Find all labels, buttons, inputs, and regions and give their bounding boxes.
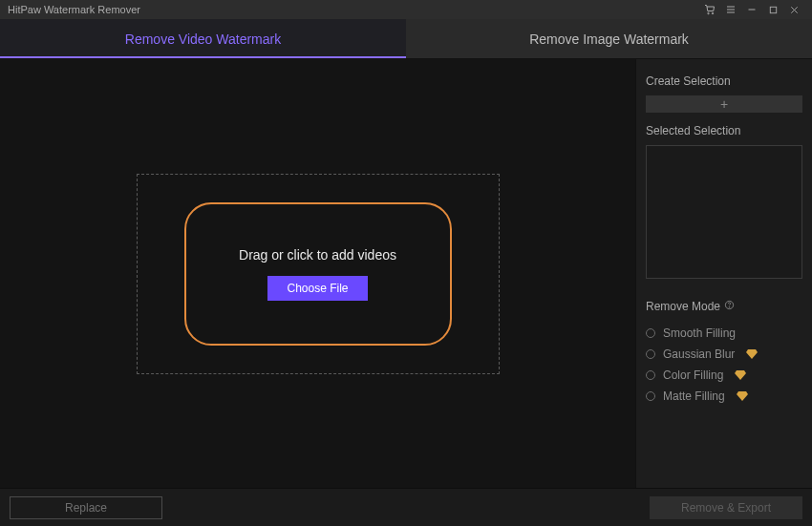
minimize-icon[interactable] [741, 1, 762, 18]
svg-point-10 [729, 306, 730, 307]
mode-smooth-filling[interactable]: Smooth Filling [646, 326, 802, 340]
mode-label: Gaussian Blur [663, 347, 735, 361]
premium-icon [737, 391, 748, 401]
radio-icon [646, 391, 655, 401]
radio-icon [646, 328, 655, 338]
radio-icon [646, 349, 655, 359]
svg-point-0 [708, 12, 710, 14]
close-icon[interactable] [783, 1, 804, 18]
svg-point-1 [712, 12, 714, 14]
radio-icon [646, 370, 655, 380]
mode-label: Matte Filling [663, 389, 725, 403]
mode-color-filling[interactable]: Color Filling [646, 368, 802, 382]
title-bar: HitPaw Watermark Remover [0, 0, 812, 19]
replace-button[interactable]: Replace [10, 496, 162, 519]
sidebar: Create Selection + Selected Selection Re… [635, 59, 812, 488]
premium-icon [746, 349, 758, 359]
premium-icon [735, 370, 746, 380]
tab-video[interactable]: Remove Video Watermark [0, 19, 406, 58]
choose-file-button[interactable]: Choose File [267, 276, 367, 301]
drop-inner: Drag or click to add videos Choose File [184, 202, 452, 346]
remove-mode-label: Remove Mode [646, 300, 720, 313]
drop-text: Drag or click to add videos [239, 247, 396, 263]
cart-icon[interactable] [699, 1, 720, 18]
svg-rect-6 [770, 7, 776, 12]
maximize-icon[interactable] [762, 1, 783, 18]
tabs: Remove Video Watermark Remove Image Wate… [0, 19, 812, 59]
selected-selection-label: Selected Selection [646, 124, 802, 137]
tab-video-label: Remove Video Watermark [125, 32, 281, 47]
main-body: Drag or click to add videos Choose File … [0, 59, 812, 488]
app-title: HitPaw Watermark Remover [8, 4, 699, 15]
remove-mode-header: Remove Mode [646, 300, 802, 313]
tab-image[interactable]: Remove Image Watermark [406, 19, 812, 58]
create-selection-label: Create Selection [646, 74, 802, 88]
mode-label: Smooth Filling [663, 326, 736, 340]
mode-label: Color Filling [663, 368, 723, 382]
plus-icon: + [720, 97, 728, 111]
remove-export-button[interactable]: Remove & Export [650, 496, 802, 519]
help-icon[interactable] [724, 300, 735, 313]
footer: Replace Remove & Export [0, 488, 812, 526]
mode-list: Smooth Filling Gaussian Blur Color Filli… [646, 326, 802, 403]
add-selection-button[interactable]: + [646, 95, 802, 113]
drop-zone[interactable]: Drag or click to add videos Choose File [137, 174, 500, 374]
work-area: Drag or click to add videos Choose File [0, 59, 635, 488]
mode-gaussian-blur[interactable]: Gaussian Blur [646, 347, 802, 361]
tab-image-label: Remove Image Watermark [529, 32, 689, 47]
mode-matte-filling[interactable]: Matte Filling [646, 389, 802, 403]
selection-preview-box [646, 145, 802, 279]
menu-icon[interactable] [720, 1, 741, 18]
